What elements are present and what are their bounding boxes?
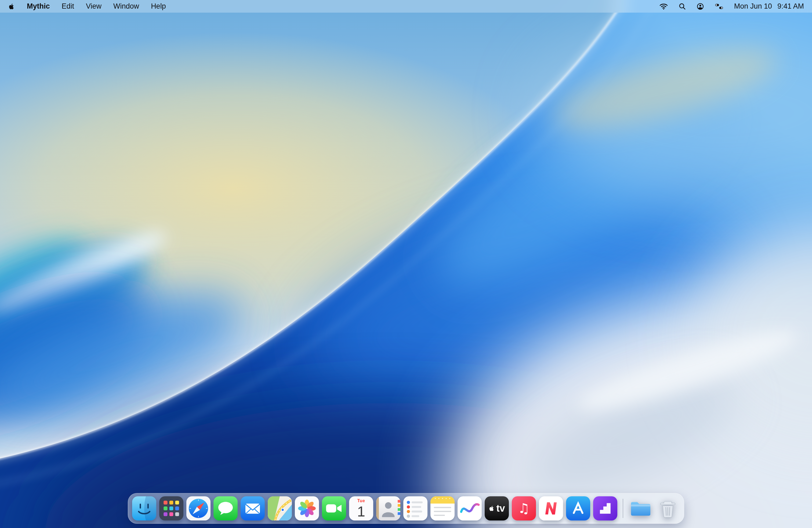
calendar-day-label: Tue — [358, 499, 365, 503]
apple-menu-icon[interactable] — [8, 3, 15, 10]
spotlight-search-icon[interactable] — [679, 3, 686, 10]
dock-item-mythic-app[interactable] — [593, 496, 617, 520]
menu-help[interactable]: Help — [151, 2, 166, 11]
contacts-icon — [376, 496, 400, 520]
dock-item-contacts[interactable] — [376, 496, 400, 520]
clock-date: Mon Jun 10 — [734, 2, 772, 11]
dock-item-downloads-folder[interactable] — [628, 496, 653, 520]
clock-time: 9:41 AM — [777, 2, 804, 11]
dock-item-music[interactable]: ♫ — [512, 496, 536, 520]
apple-logo-icon — [489, 505, 495, 512]
music-note-icon: ♫ — [518, 502, 530, 515]
folder-icon — [628, 496, 653, 520]
control-center-icon[interactable] — [715, 3, 723, 10]
messages-icon — [214, 496, 238, 520]
dock-item-freeform[interactable] — [458, 496, 482, 520]
maps-icon — [268, 496, 292, 520]
app-store-icon — [566, 496, 590, 520]
launchpad-icon — [159, 496, 184, 520]
safari-icon — [186, 496, 211, 520]
dock-item-news[interactable] — [539, 496, 563, 520]
dock-item-facetime[interactable] — [322, 496, 346, 520]
wifi-icon[interactable] — [659, 3, 668, 10]
dock-item-mail[interactable] — [241, 496, 265, 520]
news-icon — [539, 496, 563, 520]
trash-icon — [656, 496, 680, 520]
menu-edit[interactable]: Edit — [62, 2, 74, 11]
menu-clock[interactable]: Mon Jun 10 9:41 AM — [734, 2, 804, 11]
dock-item-finder[interactable] — [132, 496, 156, 520]
dock-item-notes[interactable] — [431, 496, 454, 520]
dock-separator — [623, 499, 623, 518]
photos-icon — [295, 496, 319, 520]
menu-view[interactable]: View — [86, 2, 102, 11]
mythic-app-icon — [593, 496, 617, 520]
finder-icon — [132, 496, 156, 520]
dock-item-maps[interactable] — [268, 496, 292, 520]
facetime-icon — [322, 496, 346, 520]
desktop-wallpaper — [0, 0, 812, 528]
dock-item-reminders[interactable] — [403, 496, 427, 520]
notes-icon — [431, 496, 454, 520]
dock-item-launchpad[interactable] — [159, 496, 184, 520]
dock-item-apple-tv[interactable]: tv — [485, 496, 509, 520]
app-menu-mythic[interactable]: Mythic — [27, 2, 50, 11]
dock-item-messages[interactable] — [214, 496, 238, 520]
menu-bar: Mythic Edit View Window Help — [0, 0, 812, 13]
freeform-icon — [458, 496, 482, 520]
dock: Tue 1 — [128, 493, 684, 524]
dock-item-safari[interactable] — [186, 496, 211, 520]
desktop[interactable]: Mythic Edit View Window Help — [0, 0, 812, 528]
dock-item-trash[interactable] — [656, 496, 680, 520]
menu-window[interactable]: Window — [113, 2, 139, 11]
mail-icon — [241, 496, 265, 520]
apple-tv-label: tv — [496, 503, 505, 513]
reminders-icon — [403, 496, 427, 520]
calendar-day-number: 1 — [357, 504, 365, 518]
dock-item-photos[interactable] — [295, 496, 319, 520]
dock-item-calendar[interactable]: Tue 1 — [349, 496, 373, 520]
user-account-icon[interactable] — [697, 3, 704, 10]
dock-item-app-store[interactable] — [566, 496, 590, 520]
